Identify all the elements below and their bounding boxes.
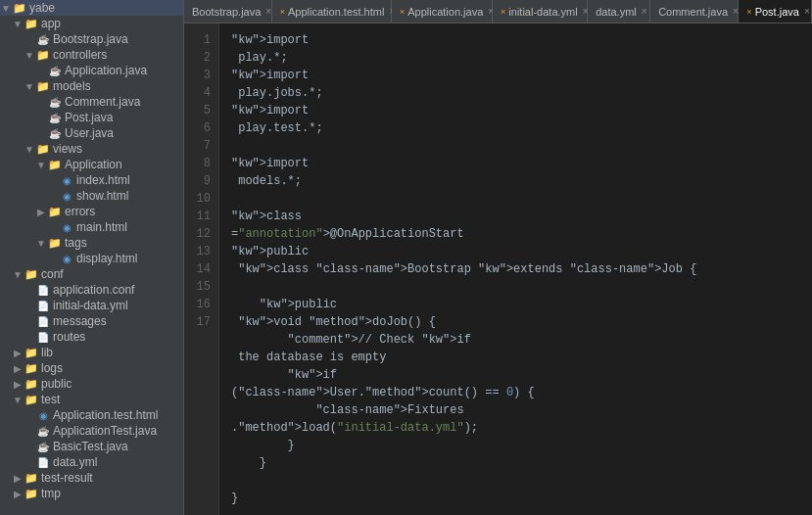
tree-label: main.html (76, 220, 127, 234)
tree-label: conf (41, 267, 64, 281)
tree-item-main-html[interactable]: ◉ main.html (0, 219, 183, 235)
folder-icon: 📁 (24, 267, 39, 281)
tree-item-initial-data-yml[interactable]: 📄 initial-data.yml (0, 298, 183, 313)
tree-item-conf[interactable]: ▼ 📁 conf (0, 266, 183, 282)
code-line: "kw">import play.*; (231, 31, 800, 67)
tree-item-application-test-html[interactable]: ◉ Application.test.html (0, 407, 183, 423)
tree-item-messages[interactable]: 📄 messages (0, 313, 183, 329)
tree-item-basictest-java[interactable]: ☕ BasicTest.java (0, 439, 183, 454)
code-line: "kw">class="annotation">@OnApplicationSt… (231, 208, 800, 243)
tab-modified-dot: × (280, 7, 285, 17)
tree-item-logs[interactable]: ▶ 📁 logs (0, 360, 183, 376)
folder-icon: 📁 (24, 393, 39, 406)
line-number: 17 (192, 313, 211, 331)
folder-icon: 📁 (47, 158, 63, 171)
tab-bar[interactable]: Bootstrap.java × × Application.test.html… (184, 0, 812, 23)
tab-close-button[interactable]: × (642, 6, 647, 17)
tree-item-bootstrap-java[interactable]: ☕ Bootstrap.java (0, 31, 183, 47)
tab-initial-data-tab[interactable]: × initial-data.yml × (493, 0, 588, 23)
tree-item-application-conf[interactable]: 📄 application.conf (0, 282, 183, 298)
code-line: } (231, 490, 800, 507)
tab-comment-tab[interactable]: Comment.java × (650, 0, 739, 23)
tree-label: application.conf (53, 283, 134, 297)
tree-label: BasicTest.java (53, 440, 128, 453)
line-number: 7 (192, 137, 211, 155)
tree-arrow: ▶ (12, 348, 24, 358)
tree-arrow: ▶ (12, 473, 24, 484)
yml-icon: 📄 (35, 299, 51, 312)
tab-close-button[interactable]: × (733, 6, 739, 17)
tree-item-test[interactable]: ▼ 📁 test (0, 392, 183, 407)
code-line: } (231, 454, 800, 472)
tree-label: data.yml (53, 455, 97, 469)
tree-item-public[interactable]: ▶ 📁 public (0, 376, 183, 392)
tree-item-user-java[interactable]: ☕ User.java (0, 125, 183, 141)
tree-item-display-html[interactable]: ◉ display.html (0, 251, 183, 266)
code-area: 1234567891011121314151617 "kw">import pl… (184, 23, 812, 515)
tree-item-show-html[interactable]: ◉ show.html (0, 188, 183, 204)
tree-item-routes[interactable]: 📄 routes (0, 329, 183, 345)
tree-item-comment-java[interactable]: ☕ Comment.java (0, 94, 183, 110)
tree-item-index-html[interactable]: ◉ index.html (0, 172, 183, 188)
tab-post-tab[interactable]: × Post.java × (739, 0, 812, 23)
line-number: 14 (192, 260, 211, 278)
tab-bootstrap-tab[interactable]: Bootstrap.java × (184, 0, 272, 23)
tree-label: initial-data.yml (53, 299, 128, 312)
tree-label: tags (65, 236, 87, 250)
tree-label: Post.java (65, 111, 113, 124)
tree-item-tmp[interactable]: ▶ 📁 tmp (0, 486, 183, 501)
tree-item-models[interactable]: ▼ 📁 models (0, 78, 183, 94)
java-icon: ☕ (47, 95, 63, 109)
tree-label: controllers (53, 48, 107, 62)
tab-modified-dot: × (501, 7, 505, 17)
code-line: "class-name">Fixtures."method">load("ini… (231, 401, 800, 437)
tab-application-test-tab[interactable]: × Application.test.html × (272, 0, 392, 23)
line-number: 1 (192, 31, 211, 49)
tab-data-tab[interactable]: data.yml × (588, 0, 650, 23)
file-tree[interactable]: ▼ 📁 yabe ▼ 📁 app ☕ Bootstrap.java ▼ 📁 co… (0, 0, 184, 515)
tree-item-errors-folder[interactable]: ▶ 📁 errors (0, 204, 183, 219)
tree-item-applicationtest-java[interactable]: ☕ ApplicationTest.java (0, 423, 183, 439)
code-line: "kw">if("class-name">User."method">count… (231, 366, 800, 401)
tree-item-tags-folder[interactable]: ▼ 📁 tags (0, 235, 183, 251)
tree-item-yabe[interactable]: ▼ 📁 yabe (0, 0, 183, 16)
tab-modified-dot: × (400, 7, 405, 17)
tree-arrow: ▼ (35, 160, 47, 170)
folder-icon: 📁 (35, 79, 51, 93)
tree-label: show.html (76, 189, 128, 203)
tab-label: Comment.java (658, 6, 728, 18)
tree-label: app (41, 17, 61, 30)
code-line: "kw">import play.test.*; (231, 102, 800, 137)
tree-item-application-folder[interactable]: ▼ 📁 Application (0, 157, 183, 172)
tree-item-application-java[interactable]: ☕ Application.java (0, 63, 183, 78)
tab-close-button[interactable]: × (265, 6, 271, 17)
tree-label: public (41, 377, 72, 391)
tab-label: initial-data.yml (508, 6, 577, 18)
tree-label: messages (53, 314, 107, 328)
line-number: 3 (192, 67, 211, 84)
code-line: "kw">public "kw">class "class-name">Boot… (231, 243, 800, 278)
java-icon: ☕ (35, 424, 51, 438)
tree-label: yabe (29, 1, 55, 15)
folder-icon: 📁 (24, 17, 39, 30)
code-line: "kw">public "kw">void "method">doJob() { (231, 296, 800, 331)
tree-arrow: ▼ (12, 395, 24, 405)
java-icon: ☕ (47, 111, 63, 124)
tab-close-button[interactable]: × (804, 6, 810, 17)
tree-item-lib[interactable]: ▶ 📁 lib (0, 345, 183, 360)
tree-item-views[interactable]: ▼ 📁 views (0, 141, 183, 157)
tab-application-tab[interactable]: × Application.java × (392, 0, 493, 23)
code-content[interactable]: "kw">import play.*;"kw">import play.jobs… (219, 23, 812, 515)
tab-label: data.yml (596, 6, 637, 18)
tab-modified-dot: × (746, 7, 751, 17)
code-line: "kw">import play.jobs.*; (231, 67, 800, 102)
tree-label: Bootstrap.java (53, 32, 128, 46)
tree-item-test-result[interactable]: ▶ 📁 test-result (0, 470, 183, 486)
line-number: 9 (192, 172, 211, 190)
tree-item-post-java[interactable]: ☕ Post.java (0, 110, 183, 125)
tree-item-app[interactable]: ▼ 📁 app (0, 16, 183, 31)
tree-item-controllers[interactable]: ▼ 📁 controllers (0, 47, 183, 63)
folder-icon: 📁 (24, 487, 39, 500)
tree-item-data-yml[interactable]: 📄 data.yml (0, 454, 183, 470)
tab-label: Application.java (407, 6, 483, 18)
